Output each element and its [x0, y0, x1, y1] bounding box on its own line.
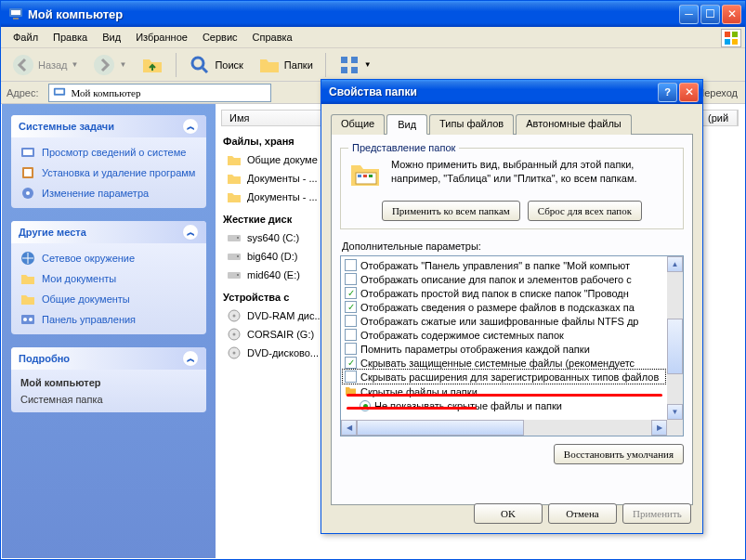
views-button[interactable]: ▼ [333, 52, 377, 78]
forward-button[interactable]: ▼ [87, 52, 132, 78]
minimize-button[interactable]: ─ [679, 5, 699, 24]
cancel-button[interactable]: Отмена [548, 503, 617, 524]
drive-label: DVD-дисково... [247, 347, 319, 358]
info-icon [20, 145, 35, 160]
scroll-down-icon[interactable]: ▼ [667, 404, 683, 420]
scroll-left-icon[interactable]: ◀ [341, 420, 357, 436]
collapse-icon[interactable]: ︽ [182, 118, 199, 135]
ok-button[interactable]: OK [474, 503, 543, 524]
panel-header[interactable]: Системные задачи ︽ [11, 115, 206, 137]
option-label: Отображать "Панель управления" в папке "… [360, 260, 630, 271]
folders-button[interactable]: Папки [253, 52, 319, 78]
control-panel-icon [20, 312, 35, 327]
panel-details: Подробно ︽ Мой компьютер Системная папка [11, 347, 206, 412]
tab-file-types[interactable]: Типы файлов [429, 114, 514, 135]
advanced-label: Дополнительные параметры: [342, 241, 684, 252]
menu-view[interactable]: Вид [96, 29, 127, 46]
maximize-button[interactable]: ☐ [700, 5, 720, 24]
drive-icon [227, 267, 242, 282]
cd-icon [227, 345, 242, 360]
menu-edit[interactable]: Правка [46, 29, 94, 46]
place-control-panel[interactable]: Панель управления [20, 312, 197, 327]
task-pane: Системные задачи ︽ Просмотр сведений о с… [2, 104, 216, 558]
svg-point-9 [192, 58, 203, 69]
toolbar: Назад ▼ ▼ Поиск Папки ▼ [1, 48, 745, 82]
dialog-close-button[interactable]: ✕ [679, 83, 699, 102]
reset-all-button[interactable]: Сброс для всех папок [528, 201, 642, 221]
vertical-scrollbar[interactable]: ▲ ▼ [667, 256, 683, 420]
details-type: Системная папка [20, 394, 197, 405]
advanced-option[interactable]: Отображать сжатые или зашифрованные файл… [343, 314, 665, 328]
up-button[interactable] [136, 52, 169, 78]
close-button[interactable]: ✕ [722, 5, 741, 24]
tab-offline[interactable]: Автономные файлы [516, 114, 632, 135]
scroll-right-icon[interactable]: ▶ [651, 420, 667, 436]
checkbox-icon[interactable]: ✓ [345, 357, 357, 369]
details-name: Мой компьютер [20, 377, 197, 388]
apply-button[interactable]: Применить [622, 503, 691, 524]
menu-file[interactable]: Файл [7, 29, 45, 46]
advanced-option[interactable]: ✓Отображать простой вид папок в списке п… [343, 286, 665, 300]
tab-general[interactable]: Общие [331, 114, 385, 135]
checkbox-icon[interactable]: ✓ [345, 287, 357, 299]
column-other[interactable]: (рий [700, 111, 738, 125]
help-button[interactable]: ? [658, 83, 677, 102]
tab-panel-view: Представление папок Можно применить вид,… [331, 134, 693, 505]
apply-to-all-button[interactable]: Применить ко всем папкам [382, 201, 520, 221]
scroll-up-icon[interactable]: ▲ [667, 256, 683, 272]
checkbox-icon[interactable] [345, 343, 357, 355]
svg-point-26 [29, 318, 33, 321]
checkbox-icon[interactable] [345, 315, 357, 327]
collapse-icon[interactable]: ︽ [182, 350, 199, 367]
chevron-down-icon: ▼ [72, 60, 79, 69]
panel-other-places: Другие места ︽ Сетевое окружение Мои док… [11, 221, 206, 334]
svg-rect-41 [363, 175, 367, 177]
checkbox-icon[interactable]: ✓ [345, 301, 357, 313]
advanced-option[interactable]: ✓Отображать сведения о размере файлов в … [343, 300, 665, 314]
advanced-option[interactable]: Отображать описание для папок и элементо… [343, 272, 665, 286]
network-icon [20, 251, 35, 266]
checkbox-icon[interactable] [345, 273, 357, 285]
horizontal-scrollbar[interactable]: ◀ ▶ [341, 420, 667, 436]
drive-label: Документы - ... [247, 191, 318, 202]
drive-label: sys640 (C:) [247, 232, 299, 243]
advanced-option[interactable]: Скрывать расширения для зарегистрированн… [343, 370, 665, 384]
tab-strip: Общие Вид Типы файлов Автономные файлы [331, 113, 693, 134]
back-button[interactable]: Назад ▼ [7, 52, 84, 78]
checkbox-icon[interactable] [345, 329, 357, 341]
folder-up-icon [141, 54, 164, 76]
advanced-option[interactable]: Не показывать скрытые файлы и папки [343, 399, 665, 412]
collapse-icon[interactable]: ︽ [182, 224, 199, 241]
drive-icon [227, 230, 242, 245]
advanced-option[interactable]: ✓Скрывать защищенные системные файлы (ре… [343, 356, 665, 370]
tab-view[interactable]: Вид [386, 114, 427, 135]
place-shared-docs[interactable]: Общие документы [20, 292, 197, 306]
place-network[interactable]: Сетевое окружение [20, 251, 197, 266]
panel-header[interactable]: Подробно ︽ [11, 347, 206, 370]
address-input-wrap[interactable] [48, 84, 271, 102]
svg-rect-1 [11, 10, 20, 15]
advanced-option[interactable]: Отображать "Панель управления" в папке "… [343, 258, 665, 272]
place-my-docs[interactable]: Мои документы [20, 271, 197, 286]
svg-rect-3 [725, 32, 730, 37]
checkbox-icon[interactable] [345, 371, 357, 383]
gear-icon [20, 186, 35, 201]
search-button[interactable]: Поиск [183, 52, 248, 78]
restore-defaults-button[interactable]: Восстановить умолчания [554, 444, 684, 464]
menu-tools[interactable]: Сервис [196, 29, 244, 46]
address-input[interactable] [72, 87, 267, 98]
task-change-setting[interactable]: Изменение параметра [20, 186, 197, 201]
checkbox-icon[interactable] [345, 259, 357, 271]
advanced-option[interactable]: Отображать содержимое системных папок [343, 328, 665, 342]
task-system-info[interactable]: Просмотр сведений о системе [20, 145, 197, 160]
panel-header[interactable]: Другие места ︽ [11, 221, 206, 243]
advanced-option[interactable]: Скрытые файлы и папки [343, 384, 665, 399]
task-add-remove[interactable]: Установка и удаление программ [20, 165, 197, 180]
menu-help[interactable]: Справка [246, 29, 299, 46]
radio-icon[interactable] [360, 400, 371, 411]
advanced-option[interactable]: Помнить параметры отображения каждой пап… [343, 342, 665, 356]
svg-point-22 [26, 191, 30, 195]
column-name[interactable]: Имя [222, 111, 324, 125]
advanced-settings-list[interactable]: Отображать "Панель управления" в папке "… [340, 255, 684, 436]
menu-favorites[interactable]: Избранное [129, 29, 194, 46]
